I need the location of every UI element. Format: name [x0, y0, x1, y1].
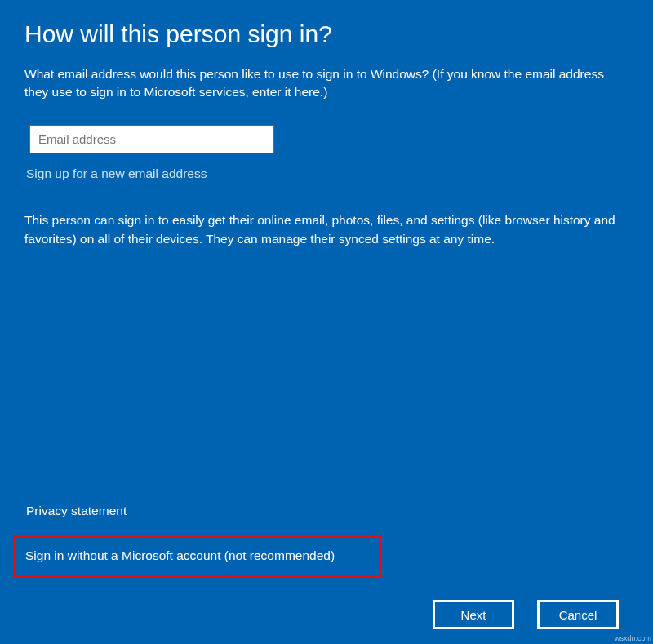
source-watermark: wsxdn.com: [615, 634, 651, 642]
next-button[interactable]: Next: [433, 600, 514, 629]
sign-in-without-ms-account-link[interactable]: Sign in without a Microsoft account (not…: [13, 535, 382, 577]
description-text: This person can sign in to easily get th…: [24, 211, 629, 249]
cancel-button[interactable]: Cancel: [537, 600, 619, 629]
page-title: How will this person sign in?: [24, 20, 629, 49]
intro-text: What email address would this person lik…: [24, 65, 629, 102]
privacy-statement-link[interactable]: Privacy statement: [26, 504, 127, 518]
email-field[interactable]: [29, 125, 274, 153]
sign-in-without-ms-account-label: Sign in without a Microsoft account (not…: [13, 535, 382, 577]
signup-email-link[interactable]: Sign up for a new email address: [26, 167, 629, 181]
button-row: Next Cancel: [24, 600, 629, 634]
